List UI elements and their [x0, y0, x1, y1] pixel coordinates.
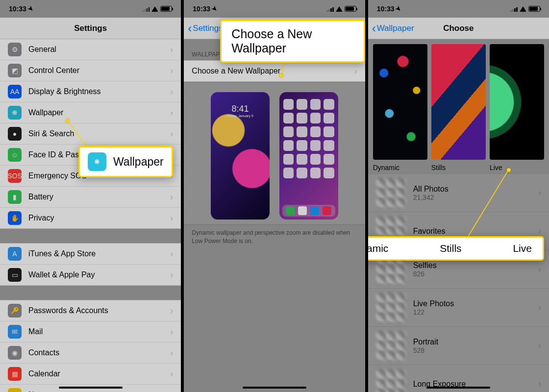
settings-row[interactable]: AA Display & Brightness › [0, 81, 181, 102]
row-icon: ⚙︎ [8, 43, 22, 56]
category-live[interactable]: Live [490, 44, 544, 173]
category-stills[interactable]: Stills [431, 44, 486, 173]
footer-hint: Dynamic wallpaper and perspective zoom a… [184, 225, 365, 245]
settings-row[interactable]: ◉ Contacts › [0, 342, 181, 364]
chevron-right-icon: › [170, 249, 173, 259]
chevron-right-icon: › [170, 327, 173, 337]
lock-screen-preview[interactable]: 8:41 Friday, January 9 [211, 92, 270, 220]
category-label: Live [490, 160, 544, 173]
album-thumb [376, 369, 406, 392]
chevron-right-icon: › [170, 306, 173, 316]
settings-row[interactable]: ◩ Control Center › [0, 60, 181, 81]
status-time: 10:33 [9, 5, 26, 13]
album-thumb [376, 178, 406, 208]
screen-choose: 10:33 ➤ ‹Wallpaper Choose Dynamic Stills… [368, 0, 549, 392]
status-bar: 10:33 ➤ [184, 0, 365, 18]
chevron-right-icon: › [170, 270, 173, 280]
status-time: 10:33 [377, 5, 395, 13]
chevron-right-icon: › [170, 66, 173, 76]
signal-icon [510, 6, 518, 12]
navbar: Settings [0, 18, 181, 39]
row-icon: ▦ [8, 367, 22, 381]
chevron-right-icon: › [170, 192, 173, 202]
callout-label: Wallpaper [113, 155, 164, 169]
chevron-right-icon: › [538, 341, 541, 351]
albums-list: All Photos 21,342 › Favorites › Selfies … [368, 173, 549, 392]
chevron-right-icon: › [538, 379, 541, 389]
chevron-right-icon: › [538, 264, 541, 274]
settings-row[interactable]: 🔑 Passwords & Accounts › [0, 300, 181, 321]
navbar: ‹Wallpaper Choose [368, 18, 549, 39]
row-icon: ✉︎ [8, 325, 22, 339]
settings-row[interactable]: ▦ Calendar › [0, 363, 181, 385]
row-icon: ✋ [8, 211, 22, 225]
location-icon: ➤ [395, 4, 403, 13]
album-thumb [376, 293, 406, 323]
stills-thumb [431, 44, 486, 160]
settings-row[interactable]: ✉︎ Mail › [0, 321, 181, 343]
row-label: General [28, 45, 170, 54]
chevron-back-icon: ‹ [188, 23, 192, 34]
home-indicator[interactable] [59, 387, 123, 389]
home-indicator[interactable] [243, 387, 306, 389]
home-indicator[interactable] [426, 387, 490, 389]
wifi-icon [151, 6, 158, 12]
settings-row[interactable]: ✋ Privacy › [0, 207, 181, 229]
callout-dot [66, 119, 70, 122]
screen-settings: 10:33 ➤ Settings ⚙︎ General › ◩ Control … [0, 0, 184, 392]
album-row[interactable]: Portrait 528 › [368, 326, 549, 365]
row-label: Display & Brightness [28, 87, 170, 96]
battery-icon [345, 6, 356, 12]
category-label: Stills [431, 160, 486, 173]
callout-choose-new: Choose a New Wallpaper [220, 20, 365, 63]
album-row[interactable]: All Photos 21,342 › [368, 173, 549, 212]
lock-date: Friday, January 9 [211, 114, 270, 118]
row-label: Wallpaper [28, 108, 170, 117]
settings-row[interactable]: ● Siri & Search › [0, 123, 181, 145]
album-name: Selfies [413, 261, 538, 270]
settings-row[interactable]: ▮ Battery › [0, 186, 181, 208]
live-thumb [490, 44, 544, 160]
back-label: Wallpaper [377, 24, 414, 33]
location-icon: ➤ [26, 4, 35, 13]
category-dynamic[interactable]: Dynamic [373, 44, 427, 173]
settings-row[interactable]: ▭ Wallet & Apple Pay › [0, 264, 181, 286]
row-label: Choose a New Wallpaper [192, 67, 354, 75]
row-icon: ▮ [8, 190, 22, 204]
chevron-right-icon: › [170, 87, 173, 97]
row-label: iTunes & App Store [28, 249, 170, 258]
row-label: Contacts [28, 348, 170, 357]
chevron-right-icon: › [538, 302, 541, 313]
callout-categories: Dynamic Stills Live [368, 236, 544, 261]
settings-row[interactable]: ⚙︎ General › [0, 39, 181, 60]
row-label: Passwords & Accounts [28, 306, 170, 315]
album-name: All Photos [413, 185, 538, 194]
chevron-right-icon: › [170, 369, 173, 379]
callout-dot [507, 168, 511, 172]
back-button[interactable]: ‹Wallpaper [372, 18, 414, 39]
row-label: Mail [28, 327, 170, 336]
callout-label: Choose a New Wallpaper [231, 27, 353, 55]
settings-row[interactable]: ❋ Wallpaper › [0, 102, 181, 123]
wallpaper-categories: Dynamic Stills Live [368, 39, 549, 173]
dynamic-thumb [373, 44, 427, 160]
row-label: Control Center [28, 66, 170, 75]
row-icon: ● [8, 127, 22, 141]
album-count: 826 [413, 270, 538, 278]
row-icon: ▭ [8, 268, 22, 282]
row-icon: ✎ [8, 388, 22, 392]
home-screen-preview[interactable] [279, 92, 338, 220]
chevron-right-icon: › [538, 188, 541, 198]
battery-icon [528, 6, 540, 12]
wifi-icon [520, 6, 526, 12]
row-choose-new-wallpaper[interactable]: Choose a New Wallpaper › [184, 60, 365, 82]
back-button[interactable]: ‹Settings [188, 18, 223, 39]
album-row[interactable]: Live Photos 122 › [368, 288, 549, 326]
settings-row[interactable]: A iTunes & App Store › [0, 243, 181, 265]
row-icon: AA [8, 85, 22, 98]
page-title: Choose [443, 24, 474, 33]
row-label: Battery [28, 193, 170, 201]
callout-label: Dynamic [368, 243, 389, 254]
album-name: Live Photos [413, 299, 538, 308]
chevron-right-icon: › [354, 66, 357, 76]
